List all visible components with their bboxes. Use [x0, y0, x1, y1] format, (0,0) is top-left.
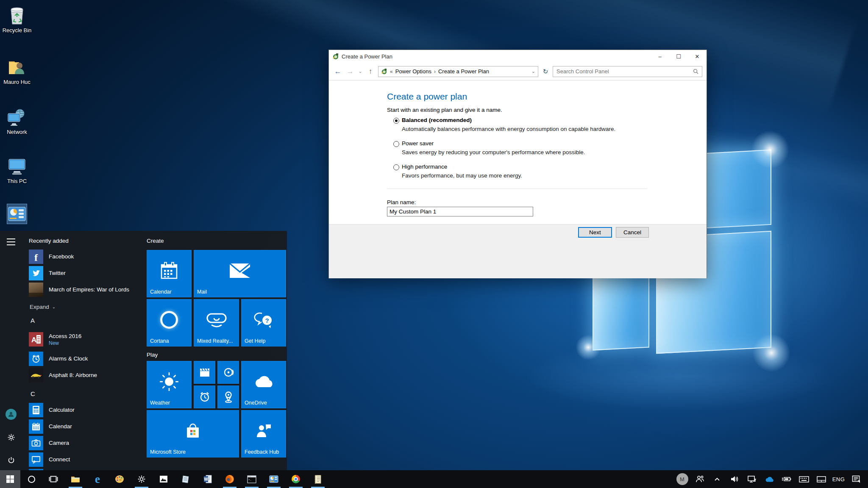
control-panel-search[interactable]: Search Control Panel	[553, 66, 702, 77]
breadcrumb-create-power-plan[interactable]: Create a Power Plan	[438, 68, 489, 75]
tray-network-button[interactable]	[744, 470, 760, 488]
hamburger-menu-icon[interactable]	[7, 238, 15, 245]
radio-balanced-label[interactable]: Balanced (recommended)	[402, 117, 472, 123]
radio-power-saver[interactable]	[393, 141, 399, 147]
section-letter-c[interactable]: C	[31, 390, 141, 397]
word-icon: W	[203, 475, 212, 483]
tray-volume-button[interactable]	[726, 470, 742, 488]
tile-small-groove-music[interactable]	[217, 361, 239, 384]
radio-power-saver-label[interactable]: Power saver	[402, 140, 434, 147]
tray-language-indicator[interactable]: ENG	[831, 470, 846, 488]
taskbar-wordpad-button[interactable]	[175, 470, 197, 488]
tile-weather[interactable]: Weather	[147, 361, 192, 408]
tray-onedrive-button[interactable]	[761, 470, 777, 488]
tile-small-movies-tv[interactable]	[194, 361, 215, 384]
tray-user-button[interactable]: M	[674, 470, 690, 488]
start-tiles: Create Calendar Mail Cortana	[141, 231, 287, 470]
taskbar-task-view-button[interactable]	[42, 470, 64, 488]
radio-balanced[interactable]	[393, 118, 399, 124]
taskbar-photos-button[interactable]	[153, 470, 175, 488]
refresh-button[interactable]: ↻	[541, 68, 550, 75]
tile-feedback-hub[interactable]: Feedback Hub	[241, 410, 286, 458]
feedback-person-icon	[255, 422, 273, 440]
app-item-camera[interactable]: Camera	[29, 435, 141, 451]
close-button[interactable]: ✕	[688, 50, 707, 63]
desktop-icon-user-folder[interactable]: Mauro Huc	[1, 58, 33, 86]
breadcrumb-chevrons[interactable]: «	[390, 69, 393, 75]
search-icon	[693, 69, 698, 74]
taskbar-settings-button[interactable]	[131, 470, 153, 488]
app-item-asphalt-8[interactable]: Asphalt 8: Airborne	[29, 367, 141, 383]
app-item-connect[interactable]: Connect	[29, 451, 141, 468]
app-item-facebook[interactable]: f Facebook	[29, 248, 141, 265]
address-dropdown-icon[interactable]: ⌄	[531, 69, 535, 74]
tray-action-center-button[interactable]	[848, 470, 864, 488]
tile-cortana[interactable]: Cortana	[147, 299, 192, 347]
tile-small-alarms[interactable]	[194, 385, 215, 408]
tile-group-play: Play	[147, 352, 158, 358]
tray-touch-keyboard-button[interactable]	[796, 470, 812, 488]
section-letter-a[interactable]: A	[31, 317, 141, 324]
cancel-button[interactable]: Cancel	[616, 227, 649, 238]
taskbar-word-button[interactable]: W	[197, 470, 219, 488]
plan-name-label: Plan name:	[387, 199, 416, 205]
tile-mixed-reality[interactable]: Mixed Reality...	[194, 299, 239, 347]
up-button[interactable]: ↑	[366, 67, 375, 76]
maximize-button[interactable]: ☐	[669, 50, 688, 63]
window-title: Create a Power Plan	[342, 53, 651, 60]
expand-toggle[interactable]: Expand ⌄	[30, 304, 141, 310]
settings-button[interactable]	[6, 432, 17, 443]
taskbar-chrome-button[interactable]	[285, 470, 307, 488]
app-item-alarms-clock[interactable]: Alarms & Clock	[29, 350, 141, 367]
taskbar-edge-button[interactable]: e	[86, 470, 108, 488]
app-item-calculator[interactable]: Calculator	[29, 402, 141, 418]
desktop-icon-this-pc[interactable]: This PC	[1, 157, 33, 185]
taskbar-firefox-button[interactable]	[219, 470, 241, 488]
tray-people-button[interactable]	[692, 470, 707, 488]
power-button[interactable]	[6, 455, 17, 466]
tile-onedrive[interactable]: OneDrive	[241, 361, 286, 408]
taskbar-paint-button[interactable]	[108, 470, 131, 488]
app-item-march-of-empires[interactable]: March of Empires: War of Lords	[29, 281, 141, 298]
tile-get-help[interactable]: ? Get Help	[241, 299, 286, 347]
chevron-up-icon	[714, 477, 720, 481]
breadcrumb-power-options[interactable]: Power Options	[395, 68, 431, 75]
user-account-button[interactable]	[6, 409, 17, 420]
history-dropdown-icon[interactable]: ⌄	[358, 69, 363, 74]
breadcrumb[interactable]: « Power Options › Create a Power Plan ⌄	[378, 66, 538, 77]
tray-show-hidden-icons-button[interactable]	[709, 470, 725, 488]
taskbar-notepad-button[interactable]	[307, 470, 329, 488]
app-item-calendar[interactable]: Calendar	[29, 418, 141, 435]
tile-small-maps[interactable]	[217, 385, 239, 408]
svg-text:W: W	[204, 477, 208, 482]
battery-charging-icon	[782, 476, 791, 482]
taskbar-command-prompt-button[interactable]: C:\_>_	[241, 470, 263, 488]
desktop-icon-control-panel[interactable]	[1, 204, 33, 224]
forward-button[interactable]: →	[345, 67, 355, 76]
speaker-icon	[730, 475, 739, 483]
tray-touchpad-button[interactable]	[813, 470, 829, 488]
back-button[interactable]: ←	[333, 67, 342, 76]
app-item-access-2016[interactable]: A Access 2016 New	[29, 328, 141, 350]
taskbar-control-panel-button[interactable]	[263, 470, 285, 488]
cortana-ring-icon	[160, 311, 178, 329]
desktop-icon-recycle-bin[interactable]: Recycle Bin	[1, 6, 33, 34]
alarm-clock-icon	[199, 391, 210, 402]
store-bag-icon	[184, 421, 202, 440]
window-titlebar[interactable]: Create a Power Plan – ☐ ✕	[329, 50, 707, 63]
tile-microsoft-store[interactable]: Microsoft Store	[147, 410, 239, 458]
tray-battery-button[interactable]	[779, 470, 794, 488]
tile-mail[interactable]: Mail	[194, 250, 286, 297]
taskbar-cortana-button[interactable]	[20, 470, 42, 488]
taskbar-file-explorer-button[interactable]	[64, 470, 86, 488]
desktop-icon-network[interactable]: Network	[1, 108, 33, 136]
minimize-button[interactable]: –	[651, 50, 669, 63]
next-button[interactable]: Next	[578, 227, 612, 238]
radio-high-performance-label[interactable]: High performance	[402, 164, 447, 170]
tile-calendar[interactable]: Calendar	[147, 250, 192, 297]
start-button[interactable]	[0, 470, 20, 488]
plan-name-input[interactable]	[387, 207, 533, 216]
app-item-twitter[interactable]: Twitter	[29, 265, 141, 281]
page-title: Create a power plan	[387, 92, 467, 102]
radio-high-performance[interactable]	[393, 164, 399, 170]
